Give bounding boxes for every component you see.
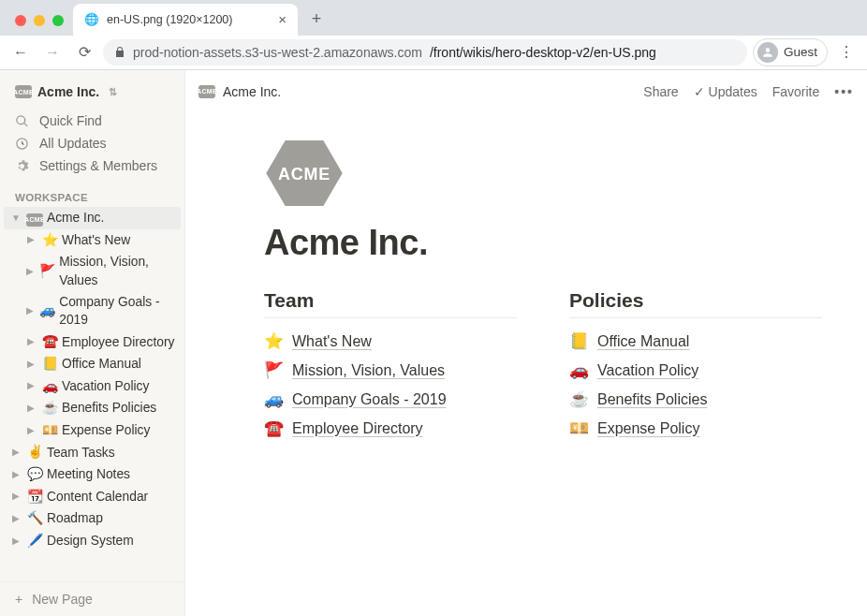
quick-find-button[interactable]: Quick Find bbox=[7, 110, 177, 132]
chevron-down-icon[interactable]: ▼ bbox=[9, 212, 22, 225]
chevron-right-icon[interactable]: ▶ bbox=[24, 233, 37, 246]
page-logo-icon: ACME bbox=[264, 140, 345, 206]
link-label[interactable]: Office Manual bbox=[597, 333, 689, 350]
link-goals[interactable]: 🚙 Company Goals - 2019 bbox=[264, 389, 517, 409]
settings-label: Settings & Members bbox=[39, 158, 157, 173]
sidebar-item-vacation[interactable]: ▶ 🚗 Vacation Policy bbox=[4, 375, 181, 398]
flag-icon: 🚩 bbox=[39, 262, 55, 281]
car-icon: 🚙 bbox=[39, 301, 55, 320]
favorite-button[interactable]: Favorite bbox=[772, 84, 820, 99]
chevron-right-icon[interactable]: ▶ bbox=[9, 468, 22, 481]
sidebar-item-directory[interactable]: ▶ ☎️ Employee Directory bbox=[4, 330, 181, 353]
sidebar-item-label: Design System bbox=[47, 532, 134, 550]
updates-button[interactable]: ✓ Updates bbox=[694, 84, 757, 99]
chevron-right-icon[interactable]: ▶ bbox=[9, 490, 22, 503]
profile-button[interactable]: Guest bbox=[753, 38, 828, 66]
hammer-icon: 🔨 bbox=[26, 509, 43, 528]
sidebar-item-label: Team Tasks bbox=[47, 444, 115, 462]
window-close-icon[interactable] bbox=[15, 15, 26, 26]
link-vacation[interactable]: 🚗 Vacation Policy bbox=[569, 360, 822, 380]
acme-badge-icon: ACME bbox=[26, 213, 43, 227]
chevron-right-icon[interactable]: ▶ bbox=[24, 358, 37, 371]
link-label[interactable]: Mission, Vision, Values bbox=[292, 362, 445, 379]
browser-menu-button[interactable]: ⋮ bbox=[833, 39, 860, 66]
clock-icon bbox=[15, 137, 30, 151]
reload-button[interactable]: ⟳ bbox=[71, 39, 97, 66]
all-updates-label: All Updates bbox=[39, 136, 107, 151]
sidebar-item-benefits[interactable]: ▶ ☕ Benefits Policies bbox=[4, 397, 181, 419]
sidebar-item-design-system[interactable]: ▶ 🖊️ Design System bbox=[4, 530, 181, 552]
sidebar-item-expense[interactable]: ▶ 💴 Expense Policy bbox=[4, 419, 181, 442]
sidebar-item-label: Expense Policy bbox=[62, 421, 150, 439]
chevron-right-icon[interactable]: ▶ bbox=[24, 424, 37, 437]
avatar-icon bbox=[757, 42, 778, 63]
notebook-icon: 📒 bbox=[569, 331, 588, 351]
window-maximize-icon[interactable] bbox=[52, 15, 64, 26]
sidebar-item-mission[interactable]: ▶ 🚩 Mission, Vision, Values bbox=[4, 251, 181, 291]
share-button[interactable]: Share bbox=[643, 84, 678, 99]
sidebar-item-label: Mission, Vision, Values bbox=[59, 253, 175, 289]
link-directory[interactable]: ☎️ Employee Directory bbox=[264, 418, 517, 438]
forward-button[interactable]: → bbox=[39, 39, 66, 66]
workspace-name: Acme Inc. bbox=[37, 84, 99, 99]
new-page-label: New Page bbox=[32, 592, 93, 607]
sidebar-item-content-calendar[interactable]: ▶ 📆 Content Calendar bbox=[4, 486, 181, 508]
sidebar-item-meeting-notes[interactable]: ▶ 💬 Meeting Notes bbox=[4, 463, 181, 486]
link-mission[interactable]: 🚩 Mission, Vision, Values bbox=[264, 360, 517, 380]
link-label[interactable]: Company Goals - 2019 bbox=[292, 391, 447, 408]
link-office-manual[interactable]: 📒 Office Manual bbox=[569, 331, 822, 351]
sidebar-item-roadmap[interactable]: ▶ 🔨 Roadmap bbox=[4, 507, 181, 530]
workspace-section-label: WORKSPACE bbox=[0, 181, 184, 207]
new-page-button[interactable]: + New Page bbox=[0, 581, 184, 616]
workspace-switcher[interactable]: ACME Acme Inc. ⇅ bbox=[7, 81, 177, 102]
chevron-right-icon[interactable]: ▶ bbox=[24, 335, 37, 348]
chevron-right-icon[interactable]: ▶ bbox=[24, 265, 36, 278]
globe-icon: 🌐 bbox=[84, 12, 99, 26]
chevron-right-icon[interactable]: ▶ bbox=[24, 379, 37, 392]
tab-bar: 🌐 en-US.png (1920×1200) × + bbox=[0, 0, 867, 36]
column-team: Team ⭐ What's New 🚩 Mission, Vision, Val… bbox=[264, 289, 517, 447]
settings-button[interactable]: Settings & Members bbox=[7, 154, 177, 177]
sidebar-item-label: Meeting Notes bbox=[47, 465, 130, 483]
breadcrumb-label: Acme Inc. bbox=[223, 84, 281, 99]
link-expense[interactable]: 💴 Expense Policy bbox=[569, 418, 822, 438]
sidebar-item-label: Office Manual bbox=[62, 355, 141, 373]
peace-icon: ✌️ bbox=[26, 443, 43, 462]
chevron-right-icon[interactable]: ▶ bbox=[9, 535, 22, 548]
sidebar-item-office-manual[interactable]: ▶ 📒 Office Manual bbox=[4, 353, 181, 375]
column-heading: Policies bbox=[569, 289, 822, 318]
browser-chrome: 🌐 en-US.png (1920×1200) × + ← → ⟳ prod-n… bbox=[0, 0, 867, 70]
chevron-right-icon[interactable]: ▶ bbox=[24, 402, 37, 415]
breadcrumb[interactable]: ACME Acme Inc. bbox=[198, 84, 281, 99]
sidebar-item-goals[interactable]: ▶ 🚙 Company Goals - 2019 bbox=[4, 291, 181, 331]
url-host: prod-notion-assets.s3-us-west-2.amazonaw… bbox=[133, 45, 422, 60]
sidebar-item-whats-new[interactable]: ▶ ⭐ What's New bbox=[4, 229, 181, 252]
all-updates-button[interactable]: All Updates bbox=[7, 132, 177, 154]
link-label[interactable]: Vacation Policy bbox=[597, 362, 698, 379]
close-icon[interactable]: × bbox=[278, 11, 287, 27]
sidebar-item-team-tasks[interactable]: ▶ ✌️ Team Tasks bbox=[4, 441, 181, 463]
chevron-right-icon[interactable]: ▶ bbox=[24, 304, 36, 317]
link-label[interactable]: Benefits Policies bbox=[597, 391, 707, 408]
link-label[interactable]: What's New bbox=[292, 333, 372, 350]
back-button[interactable]: ← bbox=[7, 39, 34, 66]
chevron-updown-icon: ⇅ bbox=[109, 86, 117, 98]
link-label[interactable]: Expense Policy bbox=[597, 420, 699, 437]
link-whats-new[interactable]: ⭐ What's New bbox=[264, 331, 517, 351]
browser-tab[interactable]: 🌐 en-US.png (1920×1200) × bbox=[73, 4, 298, 36]
topbar: ACME Acme Inc. Share ✓ Updates Favorite … bbox=[185, 70, 867, 112]
new-tab-button[interactable]: + bbox=[303, 7, 330, 33]
updates-label: Updates bbox=[709, 84, 757, 99]
quick-find-label: Quick Find bbox=[39, 113, 102, 128]
window-minimize-icon[interactable] bbox=[34, 15, 45, 26]
chevron-right-icon[interactable]: ▶ bbox=[9, 446, 22, 459]
app-body: ACME Acme Inc. ⇅ Quick Find All Updates bbox=[0, 70, 867, 616]
link-label[interactable]: Employee Directory bbox=[292, 420, 423, 437]
address-bar-row: ← → ⟳ prod-notion-assets.s3-us-west-2.am… bbox=[0, 36, 867, 70]
address-bar[interactable]: prod-notion-assets.s3-us-west-2.amazonaw… bbox=[103, 39, 747, 66]
link-benefits[interactable]: ☕ Benefits Policies bbox=[569, 389, 822, 409]
sidebar-item-acme[interactable]: ▼ ACME Acme Inc. bbox=[4, 207, 181, 229]
column-heading: Team bbox=[264, 289, 517, 318]
more-menu-button[interactable]: ••• bbox=[834, 84, 854, 99]
chevron-right-icon[interactable]: ▶ bbox=[9, 512, 22, 525]
